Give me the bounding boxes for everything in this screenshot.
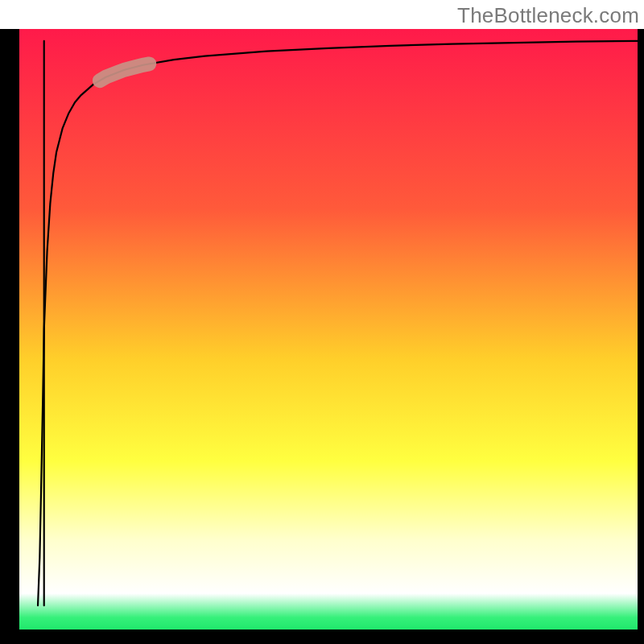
right-border — [638, 29, 644, 630]
chart-stage: TheBottleneck.com — [0, 0, 644, 644]
chart-svg — [0, 0, 644, 644]
left-border — [0, 29, 19, 630]
gradient-background — [19, 29, 638, 630]
bottom-border — [0, 630, 644, 644]
